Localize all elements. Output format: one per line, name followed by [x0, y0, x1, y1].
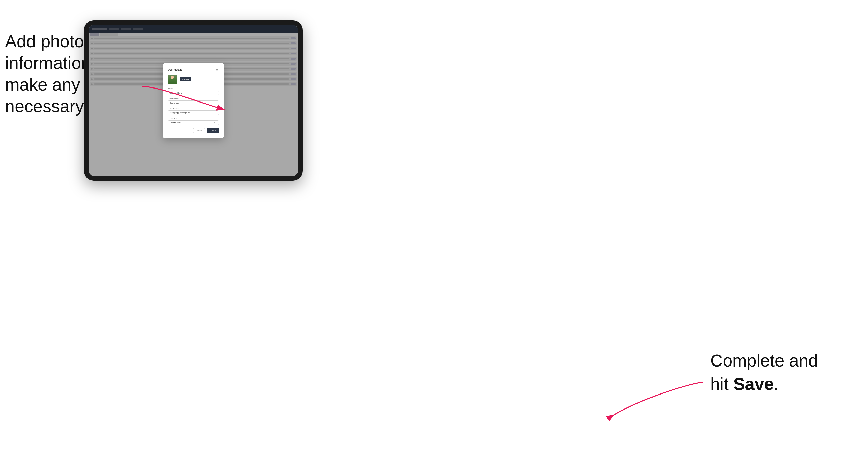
school-year-controls: × ⌃	[214, 121, 218, 124]
annotation-right: Complete and hit Save.	[710, 349, 853, 396]
arrow-right	[609, 379, 705, 421]
upload-photo-button[interactable]: Upload	[180, 77, 191, 82]
save-button-label: Save	[212, 129, 216, 132]
school-year-dropdown-icon[interactable]: ⌃	[216, 122, 218, 123]
clear-school-year-button[interactable]: ×	[214, 121, 215, 124]
photo-thumbnail	[168, 75, 177, 84]
cancel-button[interactable]: Cancel	[193, 128, 205, 133]
photo-section: Upload	[168, 75, 219, 84]
modal-title: User details	[168, 68, 182, 71]
save-button[interactable]: ⬆ Save	[207, 128, 219, 133]
user-photo	[168, 75, 177, 84]
school-year-input[interactable]	[168, 120, 219, 125]
school-year-label: School Year	[168, 117, 219, 119]
school-year-wrapper: × ⌃	[168, 120, 219, 125]
modal-footer: Cancel ⬆ Save	[168, 128, 219, 133]
save-icon: ⬆	[209, 129, 211, 132]
modal-header: User details ×	[168, 68, 219, 72]
school-year-field-group: School Year × ⌃	[168, 117, 219, 125]
arrow-left	[140, 84, 226, 116]
modal-close-button[interactable]: ×	[215, 68, 219, 72]
